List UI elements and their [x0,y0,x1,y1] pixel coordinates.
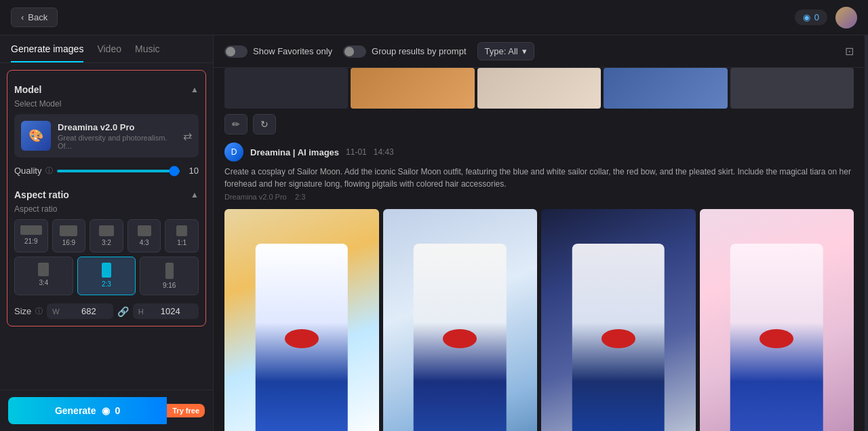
favorites-toggle-switch[interactable] [224,45,248,58]
aspect-icon-1-1 [176,225,187,236]
try-free-badge: Try free [167,404,205,417]
model-section-title: Model [14,84,41,95]
image-cell-2[interactable] [383,209,538,431]
sailor-figure-2 [383,209,538,431]
strip-image-1 [224,68,348,109]
aspect-icon-4-3 [138,225,151,236]
sidebar: Generate images Video Music Model ▲ Sele… [0,35,214,431]
type-label: Type: All [485,46,518,56]
generate-button[interactable]: Generate ◉ 0 [8,397,167,424]
aspect-ratio-section-title: Aspect ratio [14,189,69,200]
content-toolbar: Show Favorites only Group results by pro… [214,35,865,68]
aspect-ratio-section-header[interactable]: Aspect ratio ▲ [14,183,199,204]
model-chevron-icon: ▲ [191,85,199,94]
sidebar-tabs: Generate images Video Music [0,35,213,63]
scrollbar-area [865,35,868,431]
back-label: Back [28,12,47,22]
quality-label: Quality [14,166,41,176]
model-info: Dreamina v2.0 Pro Great diversity and ph… [58,122,176,150]
size-height-group: H [133,303,199,319]
model-refresh-icon[interactable]: ⇄ [183,130,192,143]
favorites-toggle: Show Favorites only [224,45,332,58]
top-bar: ‹ Back ◉ 0 [0,0,868,35]
generate-label: Generate [55,405,96,416]
generate-icon: ◉ [102,405,110,416]
generate-count: 0 [115,405,121,416]
model-name: Dreamina v2.0 Pro [58,122,176,132]
tab-video[interactable]: Video [97,43,121,62]
aspect-btn-3-4[interactable]: 3:4 [14,257,73,295]
size-h-prefix: H [138,307,144,316]
group-label: Group results by prompt [372,46,466,56]
model-thumbnail: 🎨 [21,121,51,151]
aspect-btn-4-3[interactable]: 4:3 [127,219,161,252]
main-content: Show Favorites only Group results by pro… [214,35,865,431]
link-icon: 🔗 [117,306,129,317]
aspect-btn-16-9[interactable]: 16:9 [52,219,86,252]
credits-value: 0 [814,12,819,22]
back-button[interactable]: ‹ Back [11,7,58,27]
refresh-button-top[interactable]: ↻ [253,114,276,134]
user-avatar[interactable] [835,7,857,29]
prompt-source: Dreamina | AI images [250,147,339,157]
prompt-header: D Dreamina | AI images 11-01 14:43 [224,143,854,162]
model-card[interactable]: 🎨 Dreamina v2.0 Pro Great diversity and … [14,114,199,157]
quality-row: Quality ⓘ 10 [14,166,199,176]
edit-button-top[interactable]: ✏ [224,114,248,134]
tab-generate-images[interactable]: Generate images [11,43,83,62]
prompt-meta: Dreamina v2.0 Pro 2:3 [224,193,854,201]
tab-music[interactable]: Music [135,43,160,62]
aspect-icon-2-3 [102,263,111,278]
quality-value: 10 [185,166,199,176]
strip-image-3 [477,68,601,109]
chevron-down-icon: ▾ [522,46,527,56]
aspect-icon-3-2 [99,225,114,236]
aspect-btn-3-2[interactable]: 3:2 [90,219,123,252]
select-model-label: Select Model [14,99,199,109]
top-action-row: ✏ ↻ [224,114,854,134]
quality-info-icon: ⓘ [45,166,53,176]
size-label: Size [14,306,31,316]
aspect-icon-21-9 [20,225,42,235]
main-layout: Generate images Video Music Model ▲ Sele… [0,35,868,431]
size-info-icon: ⓘ [35,306,43,316]
image-cell-3[interactable] [541,209,696,431]
image-grid [224,209,854,431]
aspect-icon-16-9 [60,225,77,236]
aspect-btn-21-9[interactable]: 21:9 [14,219,48,252]
model-section-header[interactable]: Model ▲ [14,77,199,99]
image-cell-4[interactable] [700,209,854,431]
aspect-icon-9-16 [165,263,174,279]
favorites-label: Show Favorites only [253,46,332,56]
prompt-avatar: D [224,143,243,162]
back-icon: ‹ [21,12,24,22]
image-cell-1[interactable] [224,209,379,431]
sailor-figure-4 [700,209,854,431]
group-toggle-switch[interactable] [343,45,366,58]
type-filter[interactable]: Type: All ▾ [477,42,534,60]
size-h-input[interactable] [146,306,180,316]
size-w-input[interactable] [62,306,96,316]
aspect-ratio-grid-row1: 21:9 16:9 3:2 4:3 [14,219,199,252]
toggle-knob [226,47,235,56]
archive-icon[interactable]: ⊡ [845,45,854,58]
prompt-text: Create a cosplay of Sailor Moon. Add the… [224,166,854,190]
group-toggle-knob [344,47,354,56]
sailor-figure-1 [224,209,379,431]
model-desc: Great diversity and photorealism. Of... [58,134,176,150]
strip-image-4 [604,68,727,109]
strip-image-2 [351,68,474,109]
top-strip [224,68,854,109]
generate-bar: Generate ◉ 0 Try free [0,390,213,431]
sailor-figure-3 [541,209,696,431]
aspect-btn-1-1[interactable]: 1:1 [165,219,199,252]
prompt-section: D Dreamina | AI images 11-01 14:43 Creat… [224,143,854,201]
aspect-icon-3-4 [38,263,49,276]
top-right-controls: ◉ 0 [795,7,857,29]
content-scroll[interactable]: ✏ ↻ D Dreamina | AI images 11-01 14:43 C… [214,68,865,431]
aspect-ratio-chevron-icon: ▲ [191,190,199,200]
quality-slider[interactable] [57,170,180,172]
size-w-prefix: W [52,307,59,316]
aspect-btn-2-3[interactable]: 2:3 [77,257,136,295]
aspect-btn-9-16[interactable]: 9:16 [140,257,199,295]
